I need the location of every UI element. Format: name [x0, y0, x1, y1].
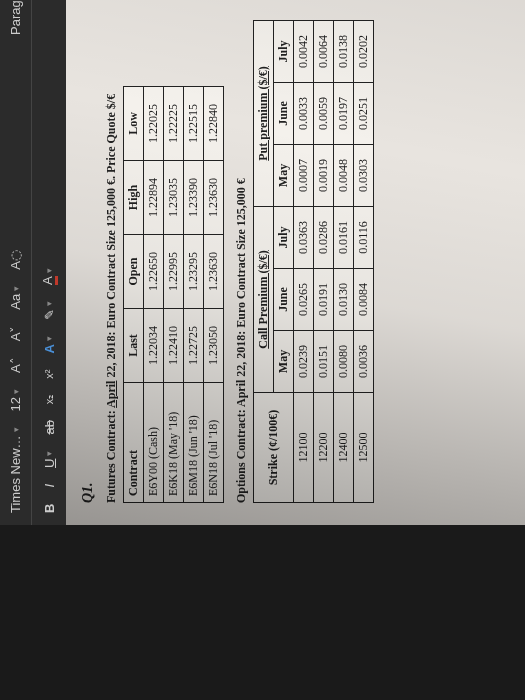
cell: 0.0286	[314, 207, 334, 269]
change-case-button[interactable]: Aa ▾	[6, 282, 25, 314]
col-june: June	[274, 269, 294, 331]
question-number: Q1.	[80, 0, 96, 503]
table-row: E6K18 (May '18)1.224101.229951.230351.22…	[164, 87, 184, 503]
table-row: 121000.02390.02650.03630.00070.00330.004…	[294, 21, 314, 503]
cell: 0.0161	[334, 207, 354, 269]
cell: 0.0084	[354, 269, 374, 331]
font-size-dropdown[interactable]: 12 ▾	[6, 385, 25, 415]
col-open: Open	[124, 235, 144, 309]
chevron-down-icon: ▾	[11, 286, 21, 291]
cell: 0.0080	[334, 331, 354, 393]
font-size: 12	[8, 397, 23, 411]
col-strike: Strike (¢/100€)	[254, 393, 294, 503]
strike-button[interactable]: ab	[40, 416, 59, 438]
cell: 0.0130	[334, 269, 354, 331]
table-header-row: Contract Last Open High Low	[124, 87, 144, 503]
cell: 0.0251	[354, 83, 374, 145]
cell: 0.0265	[294, 269, 314, 331]
col-contract: Contract	[124, 383, 144, 503]
cell: 1.22840	[204, 87, 224, 161]
col-high: High	[124, 161, 144, 235]
col-july: July	[274, 207, 294, 269]
text-effects-button[interactable]: A ▾	[40, 332, 59, 357]
grow-font-button[interactable]: A˄	[6, 353, 25, 377]
cell: 12100	[294, 393, 314, 503]
table-row: E6Y00 (Cash)1.220341.226501.228941.22025	[144, 87, 164, 503]
cell: 0.0138	[334, 21, 354, 83]
cell: 0.0019	[314, 145, 334, 207]
table-row: 125000.00360.00840.01160.03030.02510.020…	[354, 21, 374, 503]
cell: 1.22894	[144, 161, 164, 235]
cell: 1.22034	[144, 309, 164, 383]
text-effects-label: A	[42, 344, 57, 353]
col-may: May	[274, 331, 294, 393]
cell: 0.0042	[294, 21, 314, 83]
cell: 1.22025	[144, 87, 164, 161]
cell: 0.0007	[294, 145, 314, 207]
chevron-down-icon: ▾	[11, 389, 21, 394]
cell: 0.0202	[354, 21, 374, 83]
cell: 1.22515	[184, 87, 204, 161]
col-last: Last	[124, 309, 144, 383]
cell: E6Y00 (Cash)	[144, 383, 164, 503]
font-color-label: A	[40, 276, 58, 285]
cell: 12200	[314, 393, 334, 503]
futures-caption: Futures Contract: April 22, 2018: Euro C…	[104, 0, 119, 503]
subscript-button[interactable]: x₂	[41, 391, 58, 409]
document-page: Q1. Futures Contract: April 22, 2018: Eu…	[66, 0, 525, 525]
clear-format-button[interactable]: A◌	[6, 246, 25, 274]
ribbon-row2: B I U ▾ ab x₂ x² A ▾ ✎ ▾ A ▾ Sen	[32, 0, 66, 525]
cell: 1.23390	[184, 161, 204, 235]
bold-button[interactable]: B	[40, 500, 59, 517]
shrink-font-button[interactable]: A˅	[6, 322, 25, 346]
caption-text: 22, 2018: Euro Contract Size 125,000 €. …	[104, 94, 118, 381]
col-june: June	[274, 83, 294, 145]
cell: 1.23630	[204, 161, 224, 235]
cell: 1.23630	[204, 235, 224, 309]
caption-underline: April	[104, 381, 118, 408]
italic-button[interactable]: I	[40, 480, 59, 492]
options-table: Strike (¢/100€) Call Premium ($/€) Put p…	[253, 20, 374, 503]
pencil-icon: ✎	[42, 309, 57, 320]
underline-button[interactable]: U ▾	[40, 447, 59, 472]
cell: 0.0363	[294, 207, 314, 269]
table-row: 122000.01510.01910.02860.00190.00590.006…	[314, 21, 334, 503]
caption-text: Futures Contract:	[104, 408, 118, 503]
chevron-down-icon: ▾	[44, 336, 54, 341]
cell: 1.22225	[164, 87, 184, 161]
cell: 1.22410	[164, 309, 184, 383]
font-name-dropdown[interactable]: Times New… ▾	[6, 423, 25, 517]
col-low: Low	[124, 87, 144, 161]
table-row: E6M18 (Jun '18)1.227251.232951.233901.22…	[184, 87, 204, 503]
underline-label: U	[42, 459, 57, 468]
font-name: Times New…	[8, 435, 23, 513]
font-color-button[interactable]: A ▾	[38, 264, 60, 289]
chevron-down-icon: ▾	[44, 301, 54, 306]
cell: 0.0116	[354, 207, 374, 269]
paragraph-label: Paragraph	[8, 0, 23, 35]
cell: 0.0191	[314, 269, 334, 331]
table-row: E6N18 (Jul '18)1.230501.236301.236301.22…	[204, 87, 224, 503]
col-call: Call Premium ($/€)	[254, 207, 274, 393]
col-put: Put premium ($/€)	[254, 21, 274, 207]
cell: 0.0151	[314, 331, 334, 393]
ribbon: Times New… ▾ 12 ▾ A˄ A˅ Aa ▾ A◌ Paragrap…	[0, 0, 32, 525]
cell: 0.0239	[294, 331, 314, 393]
options-caption: Options Contract: April 22, 2018: Euro C…	[234, 0, 249, 503]
case-label: Aa	[8, 294, 23, 310]
chevron-down-icon: ▾	[44, 268, 54, 273]
cell: 0.0036	[354, 331, 374, 393]
cell: 0.0059	[314, 83, 334, 145]
superscript-button[interactable]: x²	[41, 365, 57, 382]
cell: 1.22725	[184, 309, 204, 383]
cell: 0.0048	[334, 145, 354, 207]
highlight-button[interactable]: ✎ ▾	[40, 297, 59, 324]
cell: 1.23295	[184, 235, 204, 309]
cell: 1.22650	[144, 235, 164, 309]
chevron-down-icon: ▾	[44, 451, 54, 456]
cell: 12500	[354, 393, 374, 503]
table-row: 124000.00800.01300.01610.00480.01970.013…	[334, 21, 354, 503]
cell: 1.22995	[164, 235, 184, 309]
cell: 0.0303	[354, 145, 374, 207]
table-header-row: Strike (¢/100€) Call Premium ($/€) Put p…	[254, 21, 274, 503]
